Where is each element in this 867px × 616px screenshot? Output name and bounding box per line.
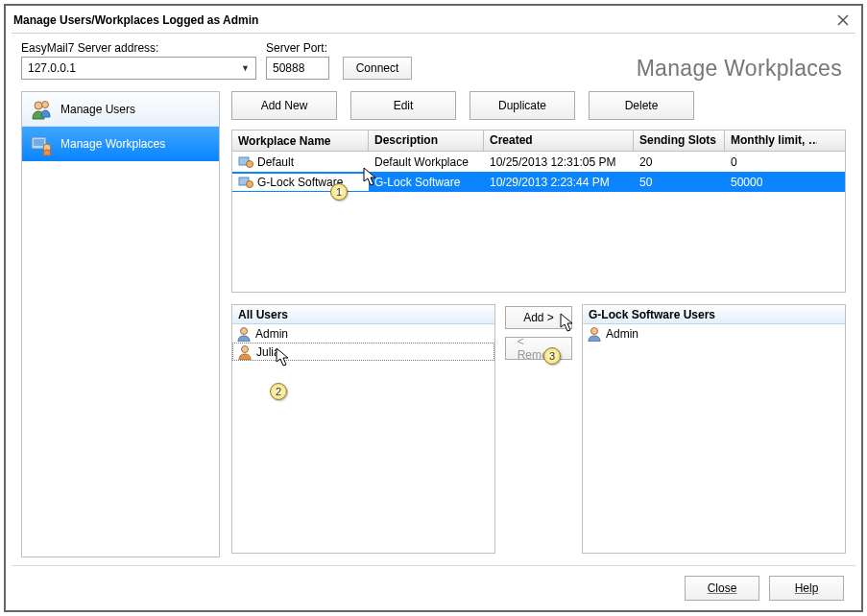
callout-badge: 3 [543, 347, 561, 365]
window-title: Manage Users/Workplaces Logged as Admin [13, 13, 258, 27]
help-button[interactable]: Help [769, 576, 844, 601]
svg-point-0 [35, 102, 42, 109]
column-header-name[interactable]: Workplace Name [232, 130, 369, 151]
server-port-label: Server Port: [266, 41, 329, 55]
sidebar-item-label: Manage Users [60, 103, 135, 116]
sidebar-item-manage-workplaces[interactable]: Manage Workplaces [22, 127, 219, 161]
callout-badge: 2 [270, 383, 287, 400]
user-item[interactable]: Julia [232, 343, 494, 361]
add-new-button[interactable]: Add New [231, 91, 337, 120]
column-header-slots[interactable]: Sending Slots [634, 130, 725, 151]
toolbar: Add New Edit Duplicate Delete [231, 91, 846, 120]
chevron-down-icon: ▼ [241, 63, 250, 73]
svg-rect-3 [34, 139, 44, 146]
add-user-button[interactable]: Add > [505, 306, 572, 329]
users-icon [30, 98, 53, 121]
duplicate-button[interactable]: Duplicate [470, 91, 575, 120]
connection-form: EasyMail7 Server address: 127.0.0.1 ▼ Se… [6, 41, 861, 80]
column-header-created[interactable]: Created [484, 130, 634, 151]
server-port-value: 50888 [273, 61, 304, 75]
server-port-input[interactable]: 50888 [266, 57, 329, 80]
connect-button[interactable]: Connect [343, 57, 412, 80]
svg-point-6 [247, 160, 253, 167]
workplace-icon [238, 176, 253, 189]
sidebar-item-label: Manage Workplaces [60, 137, 165, 151]
grid-row[interactable]: Default Default Workplace 10/25/2013 12:… [232, 152, 845, 172]
titlebar: Manage Users/Workplaces Logged as Admin [6, 6, 861, 33]
server-address-value: 127.0.0.1 [28, 61, 76, 75]
user-icon [236, 326, 252, 342]
title-separator [12, 33, 855, 34]
grid-row[interactable]: G-Lock Software G-Lock Software 10/29/20… [232, 172, 845, 192]
page-heading: Manage Workplaces [637, 56, 842, 82]
sidebar: Manage Users Manage Workplaces [21, 91, 220, 557]
transfer-buttons: Add > < Remove 3 [505, 304, 572, 554]
user-icon [587, 326, 602, 342]
server-address-combo[interactable]: 127.0.0.1 ▼ [21, 57, 256, 80]
svg-point-11 [591, 327, 598, 334]
server-address-label: EasyMail7 Server address: [21, 41, 256, 55]
all-users-header: All Users [232, 305, 494, 324]
svg-point-9 [241, 327, 248, 334]
main-area: Manage Users Manage Workplaces Add New E… [6, 80, 861, 557]
callout-badge: 1 [330, 183, 348, 201]
user-item[interactable]: Admin [583, 324, 845, 343]
user-item[interactable]: Admin [232, 324, 494, 343]
footer-separator [12, 565, 855, 566]
content-column: Add New Edit Duplicate Delete Workplace … [231, 91, 846, 557]
cursor-icon [560, 313, 577, 334]
column-header-description[interactable]: Description [369, 130, 484, 151]
group-users-panel: G-Lock Software Users Admin [582, 304, 846, 554]
svg-point-8 [247, 180, 253, 187]
footer: Close Help [685, 576, 844, 601]
lower-panels: All Users Admin Julia 2 Add > [231, 304, 846, 554]
remove-user-button[interactable]: < Remove [505, 337, 572, 360]
close-button[interactable]: Close [685, 576, 759, 601]
group-users-header: G-Lock Software Users [583, 305, 845, 324]
workplace-icon [238, 155, 253, 169]
dialog-window: Manage Users/Workplaces Logged as Admin … [4, 4, 863, 612]
column-header-limit[interactable]: Monthly limit, … [725, 130, 817, 151]
user-icon [237, 344, 253, 360]
sidebar-item-manage-users[interactable]: Manage Users [22, 92, 219, 127]
all-users-panel: All Users Admin Julia 2 [231, 304, 495, 554]
delete-button[interactable]: Delete [589, 91, 694, 120]
svg-point-1 [42, 101, 49, 107]
workplaces-icon [30, 132, 53, 155]
close-icon[interactable] [834, 12, 852, 29]
edit-button[interactable]: Edit [350, 91, 456, 120]
workplaces-grid[interactable]: Workplace Name Description Created Sendi… [231, 130, 846, 293]
svg-point-10 [242, 345, 249, 352]
grid-header: Workplace Name Description Created Sendi… [232, 130, 845, 152]
